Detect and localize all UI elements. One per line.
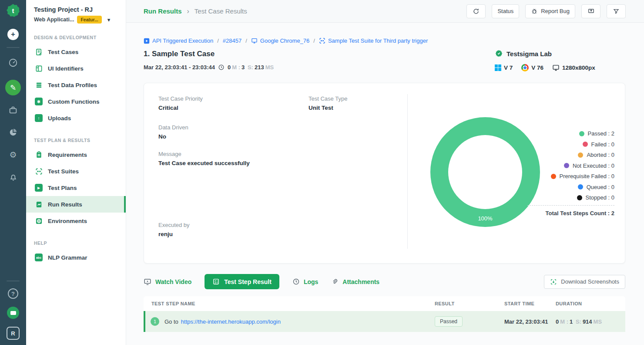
- legend-item: Not Executed : 0: [527, 162, 614, 169]
- tab-test-step-result-active[interactable]: Test Step Result: [205, 274, 279, 289]
- sidebar-item-nlp-grammar[interactable]: abc NLP Grammar: [26, 249, 126, 266]
- tab-logs[interactable]: Logs: [292, 278, 318, 285]
- crumb-label: Google Chrome_76: [260, 37, 309, 44]
- duration-ms: 213: [255, 64, 264, 71]
- breadcrumb-run-results[interactable]: Run Results: [144, 7, 182, 15]
- nlp-grammar-icon: abc: [35, 254, 43, 261]
- legend-dot: [578, 184, 583, 189]
- filter-button[interactable]: [607, 4, 626, 18]
- project-selector[interactable]: Web Applicati... Featur... ▾: [34, 16, 119, 24]
- sidebar-item-test-data-profiles[interactable]: Test Data Profiles: [26, 77, 126, 93]
- os-version: V 7: [495, 64, 513, 71]
- caret-down-icon[interactable]: ▾: [107, 17, 111, 23]
- sidebar-item-label: Environments: [48, 218, 87, 224]
- refresh-button[interactable]: [466, 4, 486, 18]
- tab-watch-video[interactable]: Watch Video: [144, 278, 191, 286]
- download-screenshots-button[interactable]: Download Screenshots: [544, 275, 625, 289]
- windows-icon: [495, 64, 501, 71]
- field-label: Test Case Priority: [158, 95, 203, 102]
- ms-unit: MS: [594, 318, 602, 325]
- sidebar-item-label: Uploads: [48, 115, 71, 122]
- bug-icon: [531, 8, 538, 15]
- run-time-range: Mar 22, 23:03:41 - 23:03:44: [144, 64, 215, 71]
- sidebar-item-ui-identifiers[interactable]: UI Identifiers: [26, 60, 126, 77]
- sidebar-item-requirements[interactable]: Requirements: [26, 146, 126, 163]
- briefcase-icon[interactable]: [8, 105, 18, 115]
- tab-label: Test Step Result: [224, 278, 272, 285]
- step-name: Go to https://the-internet.herokuapp.com…: [164, 318, 435, 325]
- crumb-label: #28457: [223, 37, 242, 44]
- crumb-api-triggered[interactable]: API Triggered Execution: [144, 37, 213, 44]
- rail-divider-bottom: [7, 281, 20, 281]
- test-data-profiles-icon: [35, 81, 43, 89]
- lab-name: Testsigma Lab: [506, 50, 552, 58]
- test-case-summary-card: Test Case Priority Critical Test Case Ty…: [144, 83, 625, 264]
- notifications-bell-icon[interactable]: [8, 172, 18, 182]
- chrome-icon: [521, 64, 529, 71]
- test-step-result-icon: [212, 278, 220, 285]
- tab-attachments[interactable]: Attachments: [331, 278, 379, 285]
- legend-dot: [579, 131, 584, 136]
- legend-label: Aborted : 0: [587, 152, 614, 158]
- settings-gear-icon[interactable]: ⚙: [8, 149, 18, 160]
- testsigma-logo-icon[interactable]: t: [7, 4, 20, 17]
- gear-icon: ⚙: [9, 150, 17, 160]
- share-screen-icon: [587, 7, 595, 15]
- crumb-test-suite[interactable]: Sample Test Suite for Third party trigge…: [319, 37, 428, 44]
- result-tabs: Watch Video Test Step Result Logs Attach…: [144, 274, 625, 289]
- legend-label: Queued : 0: [587, 184, 614, 190]
- duration-ms: 914: [583, 318, 592, 325]
- step-url-link[interactable]: https://the-internet.herokuapp.com/login: [181, 318, 281, 325]
- attachments-paperclip-icon: [331, 278, 339, 285]
- question-icon: ?: [11, 291, 15, 297]
- download-screenshots-label: Download Screenshots: [561, 278, 619, 285]
- suite-grid-icon: [319, 37, 325, 44]
- chat-support-icon[interactable]: [7, 307, 19, 319]
- test-cases-icon: [35, 48, 43, 56]
- requirements-icon: [35, 151, 43, 159]
- sidebar-item-test-cases[interactable]: Test Cases: [26, 44, 126, 60]
- lab-info: Testsigma Lab V 7 V 76 1280x800px: [495, 50, 625, 71]
- environments-icon: [35, 217, 43, 225]
- field-label: Message: [158, 151, 250, 157]
- abc-icon: abc: [36, 256, 41, 259]
- crumb-browser[interactable]: Google Chrome_76: [251, 37, 309, 44]
- help-icon[interactable]: ?: [8, 288, 18, 299]
- minutes-unit: M :: [232, 64, 240, 71]
- status-button[interactable]: Status: [492, 4, 519, 18]
- filter-funnel-icon: [613, 8, 620, 15]
- project-sidebar: Testing Project - RJ Web Applicati... Fe…: [26, 0, 126, 345]
- asterisk-icon: ✱: [37, 99, 40, 104]
- field-value: Critical: [158, 105, 203, 111]
- download-screenshots-icon: [550, 278, 557, 285]
- report-bug-button[interactable]: Report Bug: [525, 4, 575, 18]
- create-new-button[interactable]: +: [7, 29, 19, 40]
- field-data-driven: Data Driven No: [158, 124, 188, 140]
- share-screen-button[interactable]: [581, 4, 600, 18]
- sidebar-item-environments[interactable]: Environments: [26, 213, 126, 229]
- legend-dot: [551, 174, 556, 179]
- sidebar-item-uploads[interactable]: ↑ Uploads: [26, 110, 126, 126]
- pie-chart-icon[interactable]: [8, 127, 18, 138]
- testsigma-lab-icon: [495, 50, 503, 58]
- section-title-test-plan: TEST PLAN & RESULTS: [26, 138, 126, 143]
- legend-divider: [527, 205, 614, 206]
- field-executed-by: Executed by renju: [158, 222, 190, 237]
- crumb-run-id[interactable]: #28457: [223, 37, 242, 44]
- user-avatar[interactable]: R: [7, 327, 20, 340]
- design-pencil-icon-active[interactable]: ✎: [5, 80, 21, 95]
- plus-icon: +: [11, 30, 15, 39]
- step-start-time: Mar 22, 23:03:41: [504, 318, 556, 325]
- field-value: renju: [158, 231, 190, 237]
- sidebar-item-run-results[interactable]: Run Results: [26, 196, 126, 213]
- sidebar-item-custom-functions[interactable]: ✱ Custom Functions: [26, 93, 126, 110]
- breadcrumb-test-case-results: Test Case Results: [195, 7, 247, 15]
- dashboard-gauge-icon[interactable]: [8, 58, 18, 68]
- pencil-icon: ✎: [10, 83, 16, 92]
- table-row[interactable]: 1 Go to https://the-internet.herokuapp.c…: [144, 311, 625, 332]
- monitor-icon: [552, 64, 560, 71]
- sidebar-item-test-suites[interactable]: Test Suites: [26, 163, 126, 179]
- card-vertical-divider: [407, 94, 408, 249]
- sidebar-item-test-plans[interactable]: ▶ Test Plans: [26, 179, 126, 196]
- seconds-unit: S:: [248, 64, 253, 71]
